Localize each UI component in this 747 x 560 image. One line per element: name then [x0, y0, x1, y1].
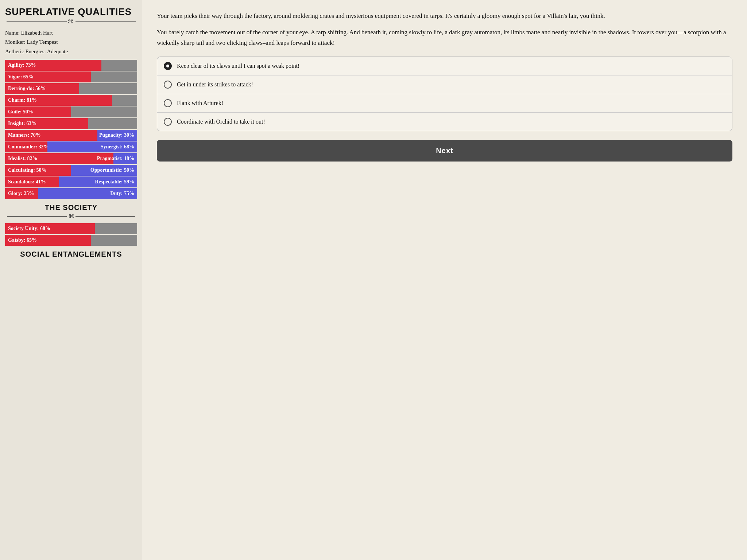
stats-container: Agility: 73%Vigor: 65%Derring-do: 56%Cha… — [5, 60, 137, 199]
choice-label: Flank with Arturek! — [177, 100, 223, 106]
stat-gray-segment — [101, 60, 137, 71]
society-divider: ⌘ — [5, 213, 137, 219]
stat-bar-row: Scandalous: 41%Respectable: 59% — [5, 176, 137, 187]
stat-bar-row: Commander: 32%Synergist: 68% — [5, 141, 137, 152]
stat-red-segment: Society Unity: 68% — [5, 223, 95, 234]
radio-icon[interactable] — [164, 118, 172, 126]
stat-left-segment: Manners: 70% — [5, 130, 97, 141]
stat-right-segment: Pugnacity: 30% — [97, 130, 137, 141]
stat-right-segment: Duty: 75% — [38, 188, 138, 199]
stat-bar-row: Gatsby: 65% — [5, 235, 137, 246]
stat-bar-row: Guile: 50% — [5, 106, 137, 117]
stat-red-segment: Derring-do: 56% — [5, 83, 79, 94]
stat-bar-row: Insight: 63% — [5, 118, 137, 129]
stat-bar-row: Vigor: 65% — [5, 71, 137, 82]
radio-icon[interactable] — [164, 99, 172, 107]
stat-left-segment: Scandalous: 41% — [5, 176, 59, 187]
right-panel: Your team picks their way through the fa… — [142, 0, 747, 560]
stat-right-segment: Synergist: 68% — [47, 141, 137, 152]
choice-label: Get in under its strikes to attack! — [177, 81, 253, 88]
stat-red-segment: Insight: 63% — [5, 118, 88, 129]
stat-left-segment: Calculating: 50% — [5, 165, 71, 176]
choice-item[interactable]: Get in under its strikes to attack! — [157, 75, 732, 94]
left-panel: SUPERLATIVE QUALITIES ⌘ Name: Elizabeth … — [0, 0, 142, 560]
choice-label: Keep clear of its claws until I can spot… — [177, 63, 299, 69]
stat-bar-row: Calculating: 50%Opportunistic: 50% — [5, 165, 137, 176]
stat-right-segment: Respectable: 59% — [59, 176, 137, 187]
title-divider: ⌘ — [5, 19, 137, 25]
stat-gray-segment — [95, 223, 137, 234]
character-info: Name: Elizabeth Hart Moniker: Lady Tempe… — [5, 28, 137, 57]
stat-red-segment: Charm: 81% — [5, 95, 112, 106]
choice-item[interactable]: Flank with Arturek! — [157, 94, 732, 113]
stat-bar-row: Society Unity: 68% — [5, 223, 137, 234]
app-title: SUPERLATIVE QUALITIES — [5, 7, 137, 17]
story-paragraph-2: You barely catch the movement out of the… — [157, 27, 732, 48]
stat-red-segment: Agility: 73% — [5, 60, 101, 71]
stat-left-segment: Glory: 25% — [5, 188, 38, 199]
society-stats-container: Society Unity: 68%Gatsby: 65% — [5, 223, 137, 246]
stat-right-segment: Opportunistic: 50% — [71, 165, 137, 176]
stat-bar-row: Derring-do: 56% — [5, 83, 137, 94]
stat-gray-segment — [112, 95, 137, 106]
stat-bar-row: Idealist: 82%Pragmatist: 18% — [5, 153, 137, 164]
butterfly-icon: ⌘ — [67, 19, 74, 25]
stat-red-segment: Vigor: 65% — [5, 71, 91, 82]
stat-bar-row: Manners: 70%Pugnacity: 30% — [5, 130, 137, 141]
stat-gray-segment — [91, 235, 137, 246]
stat-gray-segment — [91, 71, 137, 82]
stat-red-segment: Gatsby: 65% — [5, 235, 91, 246]
choice-item[interactable]: Keep clear of its claws until I can spot… — [157, 57, 732, 75]
next-button[interactable]: Next — [157, 140, 732, 162]
story-text: Your team picks their way through the fa… — [157, 11, 732, 48]
stat-red-segment: Guile: 50% — [5, 106, 71, 117]
stat-gray-segment — [79, 83, 137, 94]
story-paragraph-1: Your team picks their way through the fa… — [157, 11, 732, 22]
stat-gray-segment — [71, 106, 137, 117]
char-name: Name: Elizabeth Hart — [5, 28, 137, 38]
stat-right-segment: Pragmatist: 18% — [113, 153, 137, 164]
choice-label: Coordinate with Orchid to take it out! — [177, 118, 265, 125]
char-moniker: Moniker: Lady Tempest — [5, 38, 137, 47]
society-butterfly-icon: ⌘ — [68, 213, 74, 219]
stat-gray-segment — [88, 118, 137, 129]
radio-icon[interactable] — [164, 81, 172, 89]
stat-bar-row: Glory: 25%Duty: 75% — [5, 188, 137, 199]
stat-left-segment: Commander: 32% — [5, 141, 47, 152]
society-title: THE SOCIETY — [5, 203, 137, 212]
stat-bar-row: Charm: 81% — [5, 95, 137, 106]
choices-container: Keep clear of its claws until I can spot… — [157, 57, 732, 131]
stat-bar-row: Agility: 73% — [5, 60, 137, 71]
choice-item[interactable]: Coordinate with Orchid to take it out! — [157, 113, 732, 131]
social-title: SOCIAL ENTANGLEMENTS — [5, 250, 137, 258]
char-energy: Aetheric Energies: Adequate — [5, 47, 137, 57]
radio-icon[interactable] — [164, 62, 172, 70]
